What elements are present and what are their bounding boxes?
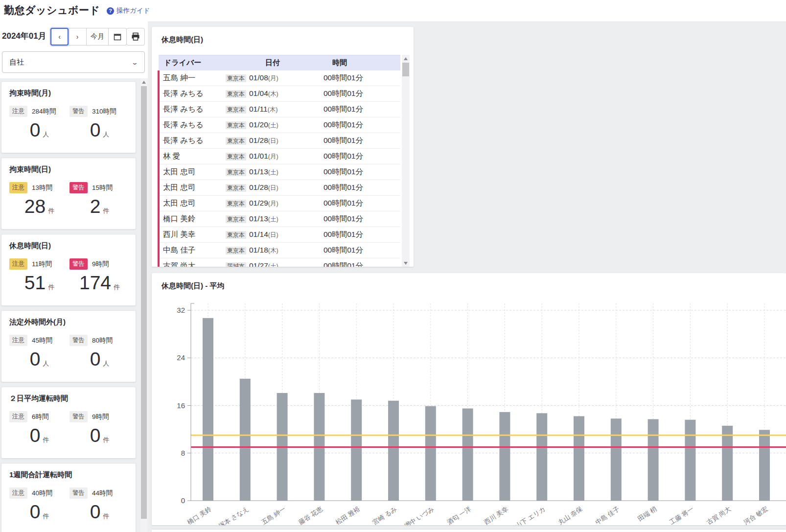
x-axis-label: 田端 梢 (636, 505, 658, 523)
threshold-badge: 警告 (69, 335, 88, 346)
office-badge: 東京本 (226, 74, 246, 82)
x-axis-label: 酒匂 一洋 (445, 505, 473, 525)
metric-unit: 件 (103, 207, 109, 214)
table-row[interactable]: 長澤 みちる東京本01/20(土)00時間01分 (159, 117, 400, 133)
x-axis-label: 塚本 さなえ (217, 505, 250, 525)
time-cell: 00時間01分 (322, 227, 400, 243)
table-row[interactable]: 橋口 美鈴東京本01/13(土)00時間01分 (159, 211, 400, 227)
time-cell: 00時間01分 (322, 70, 400, 86)
driver-name-cell: 太田 忠司 (159, 164, 224, 180)
office-badge: 茨城支 (226, 262, 246, 267)
time-cell: 00時間01分 (322, 164, 400, 180)
threshold-hours: 45時間 (32, 336, 52, 345)
table-row[interactable]: 太田 忠司東京本01/29(月)00時間01分 (159, 196, 400, 211)
time-cell: 00時間01分 (322, 243, 400, 258)
triangle-up-icon (142, 81, 146, 84)
date-value: 01/13 (249, 167, 268, 176)
metric-value: 28 (24, 196, 46, 217)
bar (759, 430, 770, 501)
metric-card-title: 休息時間(日) (9, 241, 130, 251)
metric-value: 0 (90, 425, 101, 446)
time-cell: 00時間01分 (322, 133, 400, 149)
metric-value: 0 (90, 119, 101, 140)
print-button[interactable] (126, 28, 145, 46)
metric-value-row: 0人 (69, 120, 130, 141)
metric-value-row: 0件 (9, 502, 69, 523)
metric-value: 51 (24, 272, 46, 293)
metric-value: 174 (79, 272, 111, 293)
date-cell: 東京本01/28(日) (224, 133, 322, 149)
metric-value: 0 (30, 348, 41, 370)
driver-name-cell: 太田 忠司 (159, 180, 224, 196)
table-scrollbar-up-button[interactable] (402, 55, 410, 62)
bar (722, 426, 733, 501)
date-value: 01/14 (249, 230, 268, 238)
office-badge: 東京本 (226, 168, 246, 176)
triangle-down-icon (404, 262, 408, 265)
date-value: 01/28 (249, 183, 268, 191)
table-row[interactable]: 五島 紳一東京本01/08(月)00時間01分 (159, 70, 400, 86)
company-select[interactable]: 自社 ⌄ (2, 51, 145, 73)
cards: 拘束時間(月)注意284時間0人警告310時間0人拘束時間(日)注意13時間28… (1, 81, 136, 532)
metric-card: 1週間合計運転時間注意40時間0件警告44時間0件 (1, 463, 136, 532)
office-badge: 東京本 (226, 184, 246, 192)
table-row[interactable]: 太田 忠司東京本01/28(日)00時間01分 (159, 180, 400, 196)
page-title: 勤怠ダッシュボード (4, 3, 100, 17)
weekday-value: (日) (268, 231, 278, 238)
threshold-hours: 9時間 (92, 413, 109, 421)
x-axis-label: 河合 敏宏 (742, 505, 769, 525)
date-cell: 東京本01/11(木) (224, 102, 322, 117)
this-month-button[interactable]: 今月 (87, 28, 109, 46)
metric-card: 拘束時間(月)注意284時間0人警告310時間0人 (1, 81, 136, 153)
table-row[interactable]: 長澤 みちる東京本01/04(木)00時間01分 (159, 86, 400, 102)
table-scrollbar-down-button[interactable] (402, 259, 410, 267)
table-row[interactable]: 林 愛東京本01/01(月)00時間01分 (159, 149, 400, 164)
metric: 警告9時間0件 (69, 411, 130, 446)
metric-unit: 件 (48, 207, 54, 214)
table-row[interactable]: 中島 佳子東京本01/18(木)00時間01分 (159, 243, 400, 258)
table-row[interactable]: 古賀 尚大茨城支01/27(土)00時間01分 (159, 258, 400, 267)
next-month-button[interactable]: › (69, 28, 87, 46)
bar (462, 409, 473, 501)
date-value: 01/11 (249, 105, 268, 113)
bar (203, 318, 213, 501)
metric-card-title: ２日平均運転時間 (9, 394, 130, 403)
sidebar-scrollbar[interactable] (140, 78, 147, 532)
date-cell: 東京本01/20(土) (224, 117, 322, 133)
metric: 注意45時間0人 (9, 335, 69, 370)
metric: 警告80時間0人 (69, 335, 130, 370)
y-axis-label: 32 (177, 306, 185, 314)
threshold-badge: 警告 (69, 258, 88, 270)
time-cell: 00時間01分 (322, 102, 400, 117)
table-scrollbar[interactable] (402, 55, 410, 267)
time-cell: 00時間01分 (322, 117, 400, 133)
metric: 注意6時間0件 (9, 411, 69, 446)
metric-columns: 注意6時間0件警告9時間0件 (9, 411, 130, 446)
metric-columns: 注意40時間0件警告44時間0件 (9, 487, 130, 523)
calendar-picker-button[interactable] (109, 28, 127, 46)
date-value: 01/29 (249, 199, 268, 207)
metric-unit: 件 (43, 512, 49, 520)
metric-value-row: 174件 (69, 273, 130, 294)
prev-month-button[interactable]: ‹ (50, 28, 69, 46)
metric-badge-row: 注意11時間 (9, 258, 69, 270)
metric-value-row: 2件 (69, 196, 130, 217)
date-cell: 東京本01/18(木) (224, 243, 322, 258)
table-row[interactable]: 長澤 みちる東京本01/28(日)00時間01分 (159, 133, 400, 149)
office-badge: 東京本 (226, 153, 246, 161)
help-icon: ? (107, 7, 114, 15)
y-axis-label: 24 (177, 353, 185, 362)
office-badge: 東京本 (226, 106, 246, 114)
sidebar-scrollbar-up-button[interactable] (140, 78, 147, 86)
threshold-badge: 注意 (9, 182, 27, 193)
table-scrollbar-thumb[interactable] (402, 63, 409, 76)
metric-badge-row: 注意284時間 (9, 106, 69, 117)
threshold-badge: 注意 (9, 335, 27, 346)
table-row[interactable]: 長澤 みちる東京本01/11(木)00時間01分 (159, 102, 400, 117)
sidebar-scrollbar-thumb[interactable] (141, 86, 147, 519)
operation-guide-link[interactable]: ? 操作ガイド (107, 6, 150, 15)
table-row[interactable]: 太田 忠司東京本01/13(土)00時間01分 (159, 164, 400, 180)
threshold-badge: 警告 (69, 487, 88, 499)
table-row[interactable]: 西川 美幸東京本01/14(日)00時間01分 (159, 227, 400, 243)
metric: 警告44時間0件 (69, 487, 130, 523)
